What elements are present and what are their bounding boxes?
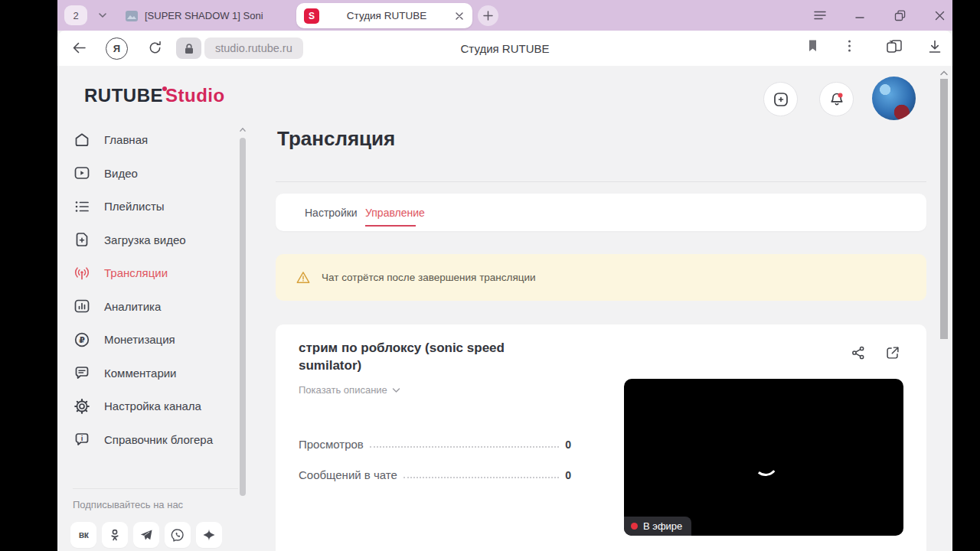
analytics-icon: [73, 297, 91, 315]
show-description-label: Показать описание: [299, 384, 387, 396]
comments-icon: [73, 364, 91, 382]
new-tab-button[interactable]: [478, 5, 498, 26]
stream-preview[interactable]: В эфире: [624, 379, 903, 536]
page-scrollbar[interactable]: [939, 66, 949, 551]
sidebar-item-home[interactable]: Главная: [73, 123, 240, 157]
sidebar-item-broadcasts[interactable]: Трансляции: [73, 256, 240, 290]
stat-value: 0: [565, 469, 571, 481]
sidebar-item-label: Комментарии: [104, 367, 176, 380]
sidebar-item-upload[interactable]: Загрузка видео: [73, 223, 240, 257]
live-badge-label: В эфире: [643, 520, 682, 532]
stat-label: Просмотров: [299, 438, 364, 451]
svg-text:i: i: [81, 434, 83, 442]
chevron-down-icon: [392, 387, 400, 393]
sidebar-item-video[interactable]: Видео: [73, 157, 240, 191]
dotted-leader: [370, 446, 559, 448]
main-content: Трансляция Настройки Управление Чат сотр…: [276, 66, 926, 551]
sidebar-item-label: Главная: [104, 133, 148, 146]
broadcast-tabs: Настройки Управление: [276, 194, 926, 231]
sidebar-item-channel-settings[interactable]: Настройка канала: [73, 390, 240, 423]
url-field[interactable]: studio.rutube.ru: [204, 37, 303, 59]
sidebar-item-label: Видео: [104, 167, 138, 180]
window-close-button[interactable]: [930, 6, 949, 24]
download-icon[interactable]: [927, 39, 942, 54]
sidebar: Главная Видео Плейлисты Загрузка видео Т…: [73, 123, 240, 456]
viber-icon: [171, 528, 185, 542]
browser-menu-icon[interactable]: [811, 6, 829, 24]
more-options-icon[interactable]: [848, 39, 851, 53]
sidebar-scroll-up-icon[interactable]: [240, 127, 246, 132]
vk-icon: вк: [79, 530, 88, 540]
sidebar-item-label: Настройка канала: [104, 399, 201, 412]
stat-value: 0: [565, 439, 571, 451]
sidebar-item-blogger-guide[interactable]: i Справочник блогера: [73, 423, 240, 457]
browser-tab-strip: 2 [SUPER SHADOW 1] Soni S Студия RUTUBE: [57, 0, 952, 31]
browser-address-bar: Студия RUTUBE Я studio.rutube.ru: [57, 31, 952, 66]
share-button[interactable]: [850, 344, 867, 361]
lock-icon[interactable]: [176, 37, 201, 59]
viber-link[interactable]: [165, 522, 191, 548]
odnoklassniki-icon: [108, 528, 122, 542]
window-minimize-button[interactable]: [851, 6, 869, 24]
inactive-tab-title: [SUPER SHADOW 1] Soni: [145, 10, 263, 21]
dotted-leader: [403, 477, 559, 478]
loading-spinner-icon: [752, 450, 779, 477]
logo-studio-text: Studio: [165, 85, 225, 106]
bookmark-icon[interactable]: [806, 39, 819, 53]
svg-text:₽: ₽: [79, 335, 85, 344]
show-description-toggle[interactable]: Показать описание: [299, 384, 400, 396]
sidebar-divider: [73, 488, 238, 489]
telegram-icon: [139, 528, 153, 542]
tab-close-icon[interactable]: [454, 11, 465, 21]
window-restore-button[interactable]: [890, 6, 909, 24]
chat-warning-banner: Чат сотрётся после завершения трансляции: [276, 254, 926, 301]
sidebar-item-monetization[interactable]: ₽ Монетизация: [73, 323, 240, 357]
browser-tab-active[interactable]: S Студия RUTUBE: [296, 3, 472, 28]
zen-link[interactable]: [196, 522, 222, 548]
sidebar-scrollbar[interactable]: [240, 138, 246, 496]
vk-link[interactable]: вк: [70, 522, 96, 548]
tab-title-fade: [261, 5, 296, 26]
sidebar-item-playlists[interactable]: Плейлисты: [73, 190, 240, 223]
browser-window: 2 [SUPER SHADOW 1] Soni S Студия RUTUBE: [57, 0, 952, 551]
home-icon: [73, 131, 91, 149]
sidebar-item-label: Плейлисты: [104, 200, 165, 213]
warning-text: Чат сотрётся после завершения трансляции: [322, 254, 536, 301]
guide-icon: i: [73, 430, 91, 448]
sidebar-item-label: Монетизация: [104, 333, 175, 346]
ok-link[interactable]: [102, 522, 128, 548]
gear-icon: [73, 397, 91, 416]
stat-row-chat-messages: Сообщений в чате 0: [299, 468, 571, 481]
browser-tab-inactive[interactable]: [SUPER SHADOW 1] Soni: [125, 5, 296, 26]
tab-list-chevron-down-icon[interactable]: [94, 7, 111, 24]
page-scrollbar-thumb[interactable]: [940, 79, 948, 339]
live-dot-icon: [631, 523, 638, 530]
star-icon: [202, 528, 216, 542]
upload-video-icon: [73, 230, 91, 249]
social-links: вк: [70, 522, 222, 548]
broadcast-icon: [73, 264, 91, 282]
screen-letterbox-right: [952, 0, 980, 551]
screen-letterbox-left: [0, 0, 57, 551]
ruble-icon: ₽: [73, 331, 91, 349]
follow-us-label: Подписывайтесь на нас: [73, 499, 183, 510]
telegram-link[interactable]: [133, 522, 159, 548]
logo-dot: [162, 86, 167, 91]
tab-settings[interactable]: Настройки: [305, 194, 358, 231]
logo-rutube-text: RUTUBE: [84, 85, 163, 106]
tab-count-badge[interactable]: 2: [64, 5, 87, 25]
sidebar-item-label: Аналитика: [104, 300, 161, 313]
tabs-panel-icon[interactable]: [886, 39, 903, 54]
sidebar-item-label: Загрузка видео: [104, 233, 186, 246]
rutube-studio-logo[interactable]: RUTUBEStudio: [84, 85, 225, 106]
refresh-icon[interactable]: [146, 39, 164, 57]
sidebar-item-comments[interactable]: Комментарии: [73, 357, 240, 390]
video-icon: [73, 164, 91, 182]
stat-label: Сообщений в чате: [299, 468, 397, 481]
yandex-browser-icon[interactable]: Я: [106, 37, 128, 60]
open-external-button[interactable]: [884, 344, 901, 361]
sidebar-item-label: Трансляции: [104, 266, 168, 279]
playlist-icon: [73, 197, 91, 216]
sidebar-item-analytics[interactable]: Аналитика: [73, 290, 240, 324]
back-icon[interactable]: [70, 39, 88, 57]
